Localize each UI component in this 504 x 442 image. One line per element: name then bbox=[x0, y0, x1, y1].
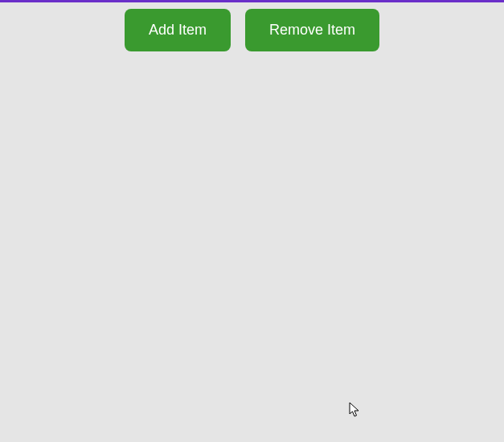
toolbar: Add Item Remove Item bbox=[0, 2, 504, 51]
add-item-button[interactable]: Add Item bbox=[125, 9, 231, 51]
remove-item-button[interactable]: Remove Item bbox=[245, 9, 379, 51]
cursor-icon bbox=[349, 402, 362, 418]
